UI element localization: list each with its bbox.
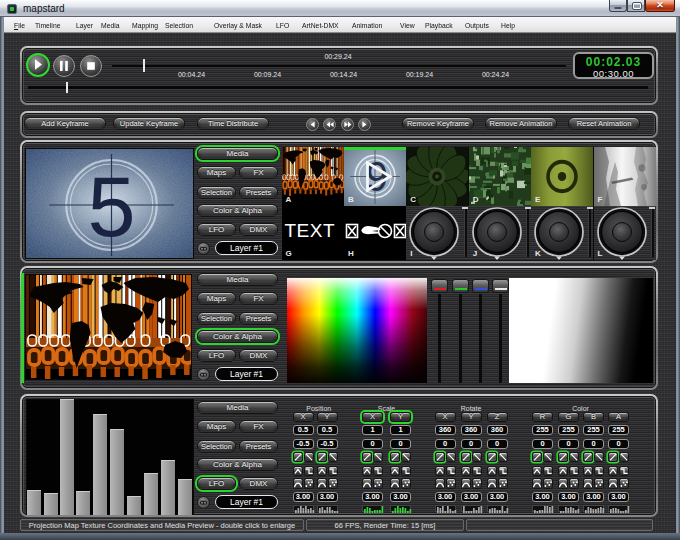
svg-text:5: 5 (87, 158, 135, 254)
svg-text:9: 9 (366, 153, 388, 200)
